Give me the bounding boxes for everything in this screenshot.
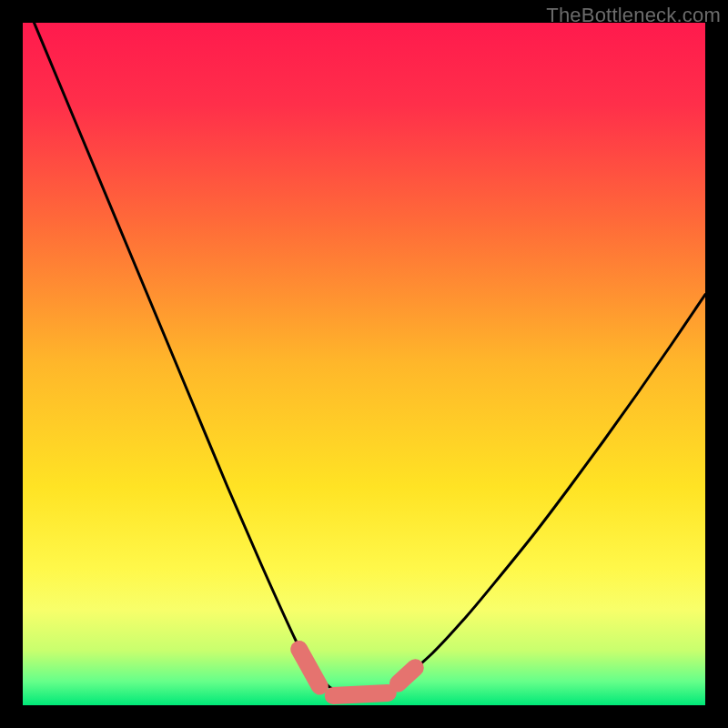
- marker-segment-2: [399, 668, 416, 683]
- bottleneck-chart: [23, 23, 705, 705]
- marker-segment-1: [333, 693, 388, 696]
- chart-frame: TheBottleneck.com: [0, 0, 728, 728]
- gradient-background: [23, 23, 705, 705]
- attribution-text: TheBottleneck.com: [546, 4, 721, 27]
- plot-area: [23, 23, 705, 705]
